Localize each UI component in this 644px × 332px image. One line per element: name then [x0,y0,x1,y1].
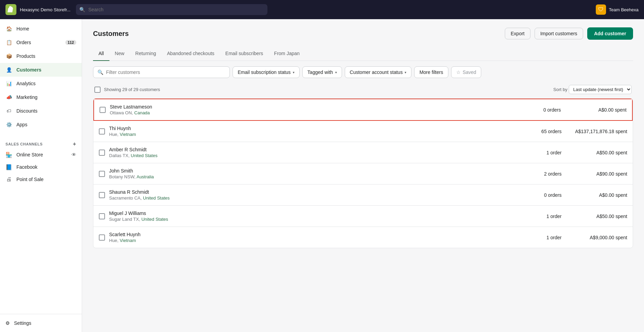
sidebar-item-customers[interactable]: 👤 Customers [0,63,82,77]
customer-info-4: John Smith Botany NSW, Australia [109,168,516,179]
customer-orders-3: 1 order [521,150,562,155]
customer-orders-6: 1 order [521,214,562,219]
customer-checkbox-6[interactable] [99,213,105,219]
sidebar-item-pos[interactable]: 🖨 Point of Sale [0,173,82,186]
customer-row-7[interactable]: Scarlett Huynh Hue, Vietnam 1 order A$9,… [93,227,633,248]
customer-info-3: Amber R Schmidt Dallas TX, United States [109,147,516,158]
tagged-with-filter[interactable]: Tagged with ▾ [302,66,342,78]
team-badge: 🛡 Team Beehexa [596,4,639,15]
saved-label: Saved [463,69,476,75]
shopify-logo-icon [5,4,16,15]
top-bar-right: 🛡 Team Beehexa [596,4,639,15]
customer-location-4: Botany NSW, Australia [109,174,516,179]
page-header: Customers Export Import customers Add cu… [93,27,633,40]
products-icon: 📦 [5,53,12,60]
sidebar-label-products: Products [16,53,35,59]
sidebar: 🏠 Home 📋 Orders 112 📦 Products 👤 Custome… [0,19,82,332]
app-layout: Hexasync Demo Storefr... 🔍 🛡 Team Beehex… [0,0,644,332]
customer-orders-1: 0 orders [520,107,561,113]
sidebar-label-pos: Point of Sale [16,177,43,182]
sort-controls: Sort by Last update (newest first) Name … [553,85,632,94]
tab-returning[interactable]: Returning [130,47,162,61]
sales-channels-section: SALES CHANNELS + 🏪 Online Store 👁 📘 Face… [0,134,82,188]
sort-label: Sort by [553,87,567,92]
customer-info-2: Thi Huynh Hue, Vietnam [109,126,516,137]
settings-icon: ⚙ [5,320,10,326]
customer-row-5[interactable]: Shauna R Schmidt Sacramento CA, United S… [93,184,633,206]
filter-customers-input[interactable] [106,69,225,75]
customer-info-6: Miguel J Williams Sugar Land TX, United … [109,210,516,222]
customer-spent-1: A$0.00 spent [565,107,627,113]
sidebar-item-settings[interactable]: ⚙ Settings [0,317,82,329]
sidebar-label-analytics: Analytics [16,81,36,86]
customer-spent-4: A$90.00 spent [566,171,627,177]
tagged-with-label: Tagged with [307,69,333,75]
customer-row-4[interactable]: John Smith Botany NSW, Australia 2 order… [93,163,633,184]
customer-name-7: Scarlett Huynh [109,232,516,237]
filter-search-icon: 🔍 [97,69,103,75]
customer-country-7: Vietnam [120,238,136,243]
tab-from-japan[interactable]: From Japan [268,47,305,61]
customer-country-4: Australia [136,174,154,179]
eye-icon[interactable]: 👁 [71,152,76,157]
customer-checkbox-4[interactable] [99,171,105,177]
sidebar-label-marketing: Marketing [16,94,37,100]
customer-country-3: United States [131,153,157,158]
customer-location-5: Sacramento CA, United States [109,195,516,201]
more-filters-label: More filters [419,69,443,75]
more-filters-button[interactable]: More filters [414,66,448,78]
sort-bar: Showing 29 of 29 customers Sort by Last … [93,84,633,95]
customer-name-5: Shauna R Schmidt [109,189,516,195]
facebook-icon: 📘 [5,164,12,170]
star-icon: ☆ [456,69,461,75]
tab-abandoned-checkouts[interactable]: Abandoned checkouts [161,47,220,61]
tab-all[interactable]: All [93,47,109,61]
customer-checkbox-1[interactable] [100,107,106,113]
discounts-icon: 🏷 [5,107,12,114]
customer-row-2[interactable]: Thi Huynh Hue, Vietnam 65 orders A$137,1… [93,121,633,142]
customer-row-6[interactable]: Miguel J Williams Sugar Land TX, United … [93,206,633,227]
customer-row-highlighted[interactable]: Steve Lastnameson Ottawa ON, Canada 0 or… [93,99,633,121]
sales-channels-label: SALES CHANNELS + [0,137,82,149]
tab-new[interactable]: New [109,47,130,61]
export-button[interactable]: Export [505,28,530,39]
customer-checkbox-2[interactable] [99,128,105,135]
sidebar-item-apps[interactable]: ⚙️ Apps [0,118,82,131]
sidebar-item-facebook[interactable]: 📘 Facebook [0,161,82,173]
sidebar-item-products[interactable]: 📦 Products [0,49,82,63]
pos-icon: 🖨 [5,176,12,183]
sidebar-item-marketing[interactable]: 📣 Marketing [0,90,82,104]
search-input[interactable] [76,4,267,15]
account-status-filter[interactable]: Customer account status ▾ [345,66,412,78]
sidebar-label-apps: Apps [16,122,27,127]
sidebar-label-orders: Orders [16,40,31,45]
customer-country-1: Canada [134,110,150,115]
customer-info-7: Scarlett Huynh Hue, Vietnam [109,232,516,243]
customer-location-2: Hue, Vietnam [109,132,516,137]
sidebar-item-online-store[interactable]: 🏪 Online Store 👁 [0,149,82,161]
customer-checkbox-7[interactable] [99,234,105,241]
sidebar-item-discounts[interactable]: 🏷 Discounts [0,104,82,118]
customer-checkbox-3[interactable] [99,150,105,156]
sidebar-item-analytics[interactable]: 📊 Analytics [0,77,82,90]
home-icon: 🏠 [5,25,12,32]
add-channel-icon[interactable]: + [73,141,76,147]
email-subscription-filter[interactable]: Email subscription status ▾ [233,66,300,78]
sidebar-label-customers: Customers [16,67,41,73]
saved-button[interactable]: ☆ Saved [451,66,482,78]
add-customer-button[interactable]: Add customer [587,27,633,40]
select-all-checkbox[interactable] [94,87,101,93]
import-customers-button[interactable]: Import customers [535,28,583,39]
sidebar-label-online-store: Online Store [16,152,43,157]
email-subscription-label: Email subscription status [238,69,291,75]
tab-email-subscribers[interactable]: Email subscribers [220,47,268,61]
main-content: Customers Export Import customers Add cu… [82,19,644,332]
sort-select[interactable]: Last update (newest first) Name A–Z Name… [569,85,632,94]
header-actions: Export Import customers Add customer [505,27,633,40]
customer-tabs: All New Returning Abandoned checkouts Em… [93,47,633,61]
main-nav: 🏠 Home 📋 Orders 112 📦 Products 👤 Custome… [0,19,82,134]
customer-row-3[interactable]: Amber R Schmidt Dallas TX, United States… [93,142,633,163]
sidebar-item-home[interactable]: 🏠 Home [0,22,82,36]
sidebar-item-orders[interactable]: 📋 Orders 112 [0,36,82,49]
customer-checkbox-5[interactable] [99,192,105,198]
